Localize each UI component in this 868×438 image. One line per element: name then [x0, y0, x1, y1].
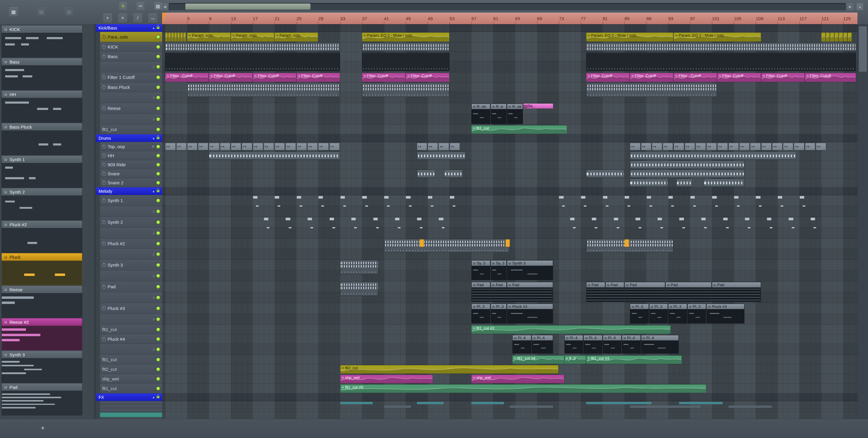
pattern-item-hh[interactable]: ▤HH: [1, 90, 82, 123]
automation-clip[interactable]: [835, 33, 839, 41]
pattern-clip[interactable]: [624, 196, 629, 207]
track-enable-led[interactable]: [156, 199, 160, 202]
automation-clip[interactable]: ≈Filter ..Cutoff: [674, 73, 717, 82]
pattern-clip[interactable]: [630, 152, 796, 160]
mixer-window-icon[interactable]: ▥: [64, 7, 73, 16]
automation-clip[interactable]: [165, 33, 168, 41]
audio-loop-clip[interactable]: ↦: [187, 143, 197, 150]
audio-loop-clip[interactable]: ↦: [307, 143, 318, 150]
pattern-clip[interactable]: [428, 196, 433, 207]
playlist-lane[interactable]: [162, 334, 858, 344]
audio-loop-clip[interactable]: ↦: [739, 143, 749, 150]
track-enable-led[interactable]: [156, 231, 160, 235]
pattern-clip[interactable]: [373, 217, 378, 229]
pattern-clip[interactable]: [318, 196, 323, 207]
collapse-group-icon[interactable]: ▲: [152, 27, 155, 30]
track-enable-led[interactable]: [156, 117, 160, 121]
pattern-clip[interactable]: ▤Pl..3: [668, 304, 687, 324]
audio-loop-clip[interactable]: ↦: [438, 143, 449, 150]
pattern-clip[interactable]: [362, 196, 367, 207]
pattern-clip[interactable]: [340, 196, 345, 207]
collapse-group-icon[interactable]: ▲: [152, 190, 155, 193]
pattern-clip[interactable]: [635, 217, 640, 229]
mini-clip[interactable]: [471, 402, 504, 404]
track-row-pluck-2[interactable]: Pluck #2: [100, 239, 162, 249]
pattern-item-header[interactable]: ▤KICK: [1, 25, 82, 33]
pattern-item-pad[interactable]: ▤Pad: [1, 383, 82, 415]
track-row-pluck-3[interactable]: Pluck #3: [100, 303, 162, 314]
automation-clip[interactable]: ≈fl..3: [564, 356, 586, 364]
playlist-lane[interactable]: [162, 134, 858, 142]
audio-loop-clip[interactable]: ↦: [275, 143, 285, 150]
audio-loop-clip[interactable]: ↦: [165, 143, 176, 150]
track-row-spacer[interactable]: [100, 405, 162, 408]
track-row-bass-pluck[interactable]: Bass Pluck: [100, 82, 162, 92]
playlist-lane[interactable]: [162, 178, 858, 188]
audio-loop-clip[interactable]: ↦: [176, 143, 187, 150]
pattern-clip[interactable]: [704, 179, 744, 187]
track-enable-led[interactable]: [156, 328, 160, 331]
track-enable-led[interactable]: [156, 274, 160, 278]
mute-toggle-icon[interactable]: [102, 45, 106, 49]
audio-loop-clip[interactable]: ↦: [663, 143, 673, 150]
automation-clip[interactable]: ≈Filter..Cutoff: [630, 73, 673, 82]
track-enable-led[interactable]: [156, 368, 160, 371]
pattern-clip[interactable]: [810, 217, 815, 229]
automation-clip[interactable]: [843, 33, 847, 41]
slice-icon[interactable]: /: [133, 13, 142, 23]
track-row-spacer[interactable]: ♪: [100, 114, 162, 125]
pattern-clip[interactable]: ▤Sy..3: [471, 260, 490, 280]
audio-loop-clip[interactable]: ↦: [630, 143, 640, 150]
automation-clip[interactable]: [177, 33, 180, 41]
pattern-clip[interactable]: ▤R..se: [507, 104, 523, 124]
pattern-clip[interactable]: ▤Pluck #3: [707, 304, 744, 324]
automation-clip[interactable]: [171, 33, 174, 41]
link-icon[interactable]: ∞: [136, 2, 144, 10]
automation-clip[interactable]: ≈Filter ..Cutoff: [165, 73, 209, 82]
mute-toggle-icon[interactable]: [102, 221, 106, 224]
pattern-clip[interactable]: [657, 217, 662, 229]
automation-clip[interactable]: ≈Filter..Cutoff: [761, 73, 805, 82]
pattern-clip[interactable]: ▤Pad: [606, 282, 624, 302]
automation-clip[interactable]: ≈Param. EQ 2 - Mute / solo: [586, 33, 673, 41]
pattern-clip[interactable]: [406, 196, 410, 207]
track-row-snare-2[interactable]: Snare 2: [100, 178, 162, 188]
pattern-item-header[interactable]: ▤Synth 2: [1, 188, 82, 196]
pattern-item-pluck[interactable]: ▤Pluck: [1, 253, 82, 285]
playlist-lane[interactable]: [162, 355, 858, 365]
pattern-clip[interactable]: [362, 83, 449, 97]
track-enable-led[interactable]: [156, 252, 160, 256]
pattern-clip[interactable]: [800, 196, 804, 207]
track-row-spacer[interactable]: ♪: [100, 314, 162, 325]
mini-clip[interactable]: [510, 405, 553, 408]
track-enable-led[interactable]: [156, 45, 160, 49]
audio-loop-clip[interactable]: ↦: [220, 143, 230, 150]
automation-clip[interactable]: ≈Filter..Cutoff: [586, 73, 629, 82]
automation-clip[interactable]: ≈flt1_cut #3: [586, 356, 681, 364]
automation-clip[interactable]: ≈Filter..Cutoff: [362, 73, 405, 82]
pattern-clip[interactable]: [444, 170, 463, 178]
track-enable-led[interactable]: [156, 337, 160, 341]
mute-toggle-icon[interactable]: [102, 307, 106, 310]
automation-clip[interactable]: ≈Param..solo: [275, 33, 318, 41]
pattern-clip[interactable]: [570, 217, 575, 229]
track-enable-led[interactable]: [156, 387, 160, 391]
track-row-flt1-cut[interactable]: flt1_cut: [100, 355, 162, 365]
add-pattern-button[interactable]: +: [37, 423, 49, 433]
automation-clip[interactable]: ≈flt1_cut #4: [513, 356, 564, 364]
pattern-clip[interactable]: [701, 217, 706, 229]
lock-icon[interactable]: [157, 137, 159, 139]
track-row-spacer[interactable]: ♪: [100, 206, 162, 217]
track-enable-led[interactable]: [156, 296, 160, 299]
pattern-clip[interactable]: ▤Pl..4: [603, 335, 621, 353]
pattern-clip[interactable]: ▤Pl..4: [622, 335, 641, 353]
collapse-group-icon[interactable]: ▲: [152, 396, 155, 399]
audio-loop-clip[interactable]: ↦: [450, 143, 460, 150]
pattern-item-bass[interactable]: ▤Bass: [1, 58, 82, 90]
mini-clip[interactable]: [630, 405, 701, 408]
pattern-clip[interactable]: [734, 196, 739, 207]
automation-clip[interactable]: ≈Filter..Cutoff: [209, 73, 252, 82]
audio-loop-clip[interactable]: ↦: [717, 143, 727, 150]
pattern-clip[interactable]: [264, 217, 269, 229]
track-row-synth-3[interactable]: Synth 3: [100, 260, 162, 271]
